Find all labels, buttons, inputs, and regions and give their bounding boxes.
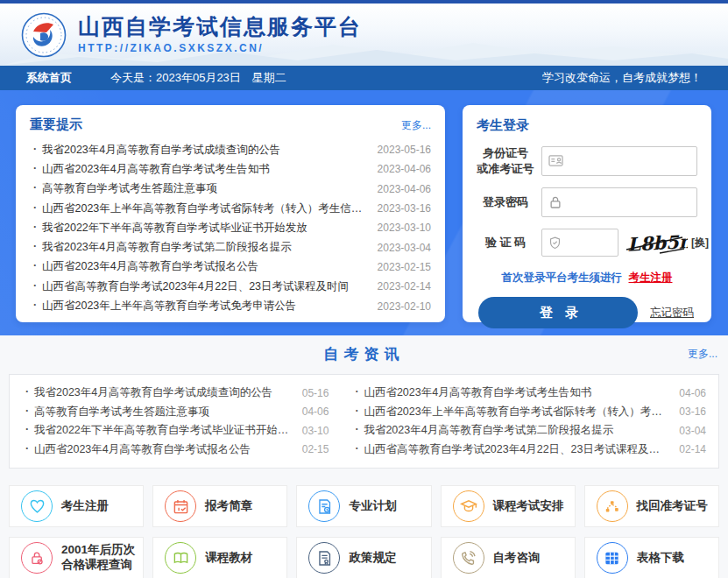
site-logo <box>21 12 67 58</box>
notice-link[interactable]: 山西省高等教育自学考试2023年4月22日、23日考试课程及时间 <box>30 279 369 294</box>
news-box: 我省2023年4月高等教育自学考试成绩查询的公告05-16 高等教育自学考试考生… <box>9 374 719 469</box>
register-link[interactable]: 考生注册 <box>628 271 672 284</box>
notice-item: 我省2023年4月高等教育自学考试成绩查询的公告2023-05-16 <box>30 140 431 159</box>
quicklink-find-admission-number[interactable]: 找回准考证号 <box>584 485 719 527</box>
shield-check-icon <box>548 236 562 250</box>
quicklink-major-plan[interactable]: 专业计划 <box>296 485 431 527</box>
news-link[interactable]: 山西省2023年上半年高等教育自学考试省际转考（转入）考生信... <box>351 405 670 419</box>
quicklink-consultation[interactable]: 自考咨询 <box>441 537 576 578</box>
quicklink-course-materials[interactable]: 课程教材 <box>152 537 287 578</box>
quicklink-form-download[interactable]: 表格下载 <box>584 537 719 578</box>
news-date: 02-15 <box>302 443 329 455</box>
news-item: 我省2022年下半年高等教育自学考试毕业证书开始发放03-10 <box>22 421 329 441</box>
notice-item: 我省2023年4月高等教育自学考试第二阶段报名提示2023-03-04 <box>30 237 431 257</box>
news-item: 山西省2023年上半年高等教育自学考试省际转考（转入）考生信...03-16 <box>351 403 706 422</box>
nav-home-link[interactable]: 系统首页 <box>26 70 72 86</box>
notice-date: 2023-04-06 <box>378 163 431 175</box>
nav-slogan-text: 学习改变命运，自考成就梦想！ <box>542 70 702 86</box>
quick-links-grid: 考生注册 报考简章 <box>9 485 719 578</box>
news-section-title: 自考资讯 <box>324 346 405 363</box>
lock-icon <box>548 194 563 210</box>
quicklink-label: 表格下载 <box>637 551 684 566</box>
register-hint-text: 首次登录平台考生须进行 <box>502 271 623 284</box>
open-book-icon <box>165 542 196 574</box>
news-link[interactable]: 我省2023年4月高等教育自学考试第二阶段报名提示 <box>351 423 670 438</box>
notice-link[interactable]: 我省2023年4月高等教育自学考试第二阶段报名提示 <box>30 240 369 255</box>
quicklink-label: 课程考试安排 <box>493 499 564 514</box>
notice-item: 山西省2023年上半年高等教育自学考试省际转考（转入）考生信息...2023-0… <box>30 199 431 218</box>
notice-item: 山西省2023年上半年高等教育自学考试免考申请公告2023-02-10 <box>30 296 431 315</box>
quicklink-course-exam-schedule[interactable]: 课程考试安排 <box>441 485 576 527</box>
document-seal-icon <box>308 542 340 574</box>
quicklink-register[interactable]: 考生注册 <box>9 485 144 527</box>
quicklink-label: 找回准考证号 <box>637 499 708 514</box>
id-number-input-wrap <box>541 146 697 176</box>
login-title: 考生登录 <box>477 117 529 134</box>
quicklink-label: 2001年后历次合格课程查询 <box>61 543 143 573</box>
quicklink-policies[interactable]: 政策规定 <box>296 537 431 578</box>
password-label: 登录密码 <box>477 194 534 210</box>
notice-item: 山西省2023年4月高等教育自学考试报名公告2023-02-15 <box>30 257 431 277</box>
login-button[interactable]: 登录 <box>478 297 638 328</box>
notice-date: 2023-04-06 <box>378 183 431 195</box>
page-root: 山西自学考试信息服务平台 HTTP://ZIKAO.SXKSZX.CN/ 系统首… <box>0 0 728 578</box>
news-date: 03-04 <box>679 425 706 437</box>
lock-icon <box>21 542 53 574</box>
graduation-cap-icon <box>453 490 484 522</box>
news-more-link[interactable]: 更多... <box>688 347 717 362</box>
notice-item: 我省2022年下半年高等教育自学考试毕业证书开始发放2023-03-10 <box>30 218 431 237</box>
captcha-refresh-link[interactable]: [换] <box>691 236 709 250</box>
captcha-input[interactable] <box>567 236 612 250</box>
quicklink-label: 专业计划 <box>349 499 396 514</box>
notice-link[interactable]: 山西省2023年上半年高等教育自学考试免考申请公告 <box>30 299 369 314</box>
id-number-label: 身份证号 或准考证号 <box>477 145 534 176</box>
forgot-password-link[interactable]: 忘记密码 <box>650 306 694 321</box>
notice-link[interactable]: 高等教育自学考试考生答题注意事项 <box>30 181 369 196</box>
news-link[interactable]: 山西省2023年4月高等教育自学考试报名公告 <box>22 442 293 457</box>
id-number-input[interactable] <box>569 154 691 167</box>
lower-section: 自考资讯 更多... 我省2023年4月高等教育自学考试成绩查询的公告05-16… <box>0 335 728 578</box>
document-clock-icon <box>308 490 340 522</box>
news-date: 05-16 <box>302 387 329 399</box>
notice-link[interactable]: 山西省2023年上半年高等教育自学考试省际转考（转入）考生信息... <box>30 201 369 216</box>
news-link[interactable]: 高等教育自学考试考生答题注意事项 <box>22 405 293 419</box>
id-card-icon <box>548 152 564 169</box>
heart-icon <box>21 490 53 522</box>
news-column-right: 山西省2023年4月高等教育自学考试考生告知书04-06 山西省2023年上半年… <box>351 384 706 459</box>
notices-list: 我省2023年4月高等教育自学考试成绩查询的公告2023-05-16 山西省20… <box>30 140 431 316</box>
phone-icon <box>453 542 484 574</box>
news-date: 03-16 <box>679 405 706 418</box>
news-item: 我省2023年4月高等教育自学考试成绩查询的公告05-16 <box>22 384 329 403</box>
news-date: 04-06 <box>679 387 706 399</box>
notice-item: 高等教育自学考试考生答题注意事项2023-04-06 <box>30 180 431 199</box>
quicklink-exam-guide[interactable]: 报考简章 <box>152 485 287 527</box>
notice-date: 2023-02-10 <box>378 300 431 313</box>
calendar-icon <box>165 490 196 522</box>
news-date: 02-14 <box>679 443 706 455</box>
notice-link[interactable]: 我省2023年4月高等教育自学考试成绩查询的公告 <box>30 143 369 158</box>
quicklink-label: 自考咨询 <box>493 551 541 566</box>
notices-title: 重要提示 <box>30 116 82 133</box>
notice-link[interactable]: 山西省2023年4月高等教育自学考试报名公告 <box>30 259 369 274</box>
news-link[interactable]: 我省2023年4月高等教育自学考试成绩查询的公告 <box>22 385 293 400</box>
news-column-left: 我省2023年4月高等教育自学考试成绩查询的公告05-16 高等教育自学考试考生… <box>22 384 329 459</box>
news-link[interactable]: 山西省2023年4月高等教育自学考试考生告知书 <box>351 385 670 400</box>
table-grid-icon <box>597 542 628 574</box>
quicklink-label: 考生注册 <box>61 499 109 514</box>
quicklink-label: 课程教材 <box>205 551 252 566</box>
site-url: HTTP://ZIKAO.SXKSZX.CN/ <box>78 42 362 54</box>
site-header: 山西自学考试信息服务平台 HTTP://ZIKAO.SXKSZX.CN/ <box>0 4 728 66</box>
news-link[interactable]: 山西省高等教育自学考试2023年4月22日、23日考试课程及时间 <box>351 442 670 457</box>
notice-date: 2023-02-15 <box>378 261 431 273</box>
important-notices-panel: 重要提示 更多... 我省2023年4月高等教育自学考试成绩查询的公告2023-… <box>16 105 445 322</box>
notice-link[interactable]: 我省2022年下半年高等教育自学考试毕业证书开始发放 <box>30 221 369 236</box>
password-input[interactable] <box>568 196 691 209</box>
notices-more-link[interactable]: 更多... <box>401 118 431 133</box>
quicklink-label: 报考简章 <box>205 499 252 514</box>
captcha-input-wrap <box>541 229 618 257</box>
captcha-image[interactable]: L8b5n <box>625 229 688 256</box>
notice-date: 2023-03-04 <box>378 242 431 254</box>
notice-link[interactable]: 山西省2023年4月高等教育自学考试考生告知书 <box>30 162 369 177</box>
news-link[interactable]: 我省2022年下半年高等教育自学考试毕业证书开始发放 <box>22 423 293 438</box>
quicklink-passed-courses-query[interactable]: 2001年后历次合格课程查询 <box>9 537 144 578</box>
